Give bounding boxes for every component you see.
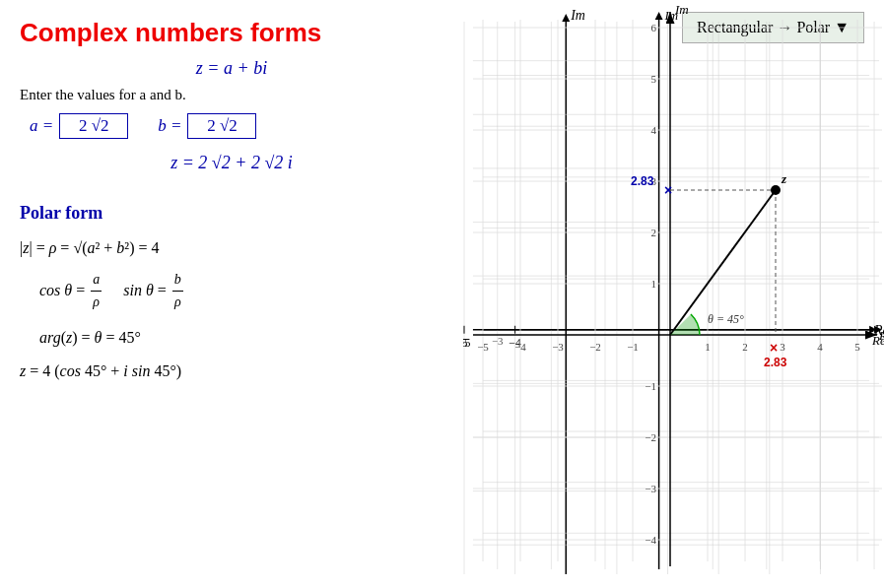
svg-text:−2: −2 [589,341,601,353]
svg-text:−2: −2 [645,431,656,443]
svg-text:1: 1 [651,278,657,290]
theta-label: θ = 45° [708,312,744,326]
coordinate-graph: Re Im −5 −4 −3 −2 −1 1 2 3 4 5 6 5 4 3 2… [463,0,884,588]
svg-text:3: 3 [780,341,785,353]
im-cross: × [664,182,672,198]
svg-text:4: 4 [651,124,657,136]
im-value-label: 2.83 [631,174,654,188]
inputs-row: a = b = [30,113,443,139]
polar-title: Polar form [20,203,443,224]
re-axis-label: Re [878,328,884,343]
main-title: Complex numbers forms [20,18,443,48]
label-a: a = [30,116,53,136]
re-value-label: 2.83 [764,356,787,369]
right-panel: Rectangular → Polar ▼ Re Im [463,0,884,588]
svg-text:6: 6 [651,22,657,33]
im-axis-label: Im [674,2,689,17]
z-label: z [781,171,787,186]
label-b: b = [158,116,181,136]
re-cross: × [770,340,778,356]
result-formula: z = 2 √2 + 2 √2 i [20,153,443,173]
input-b[interactable] [187,113,256,139]
svg-text:−3: −3 [645,483,656,494]
point-z [771,185,781,195]
polar-section: Polar form |z| = ρ = √(a² + b²) = 4 cos … [20,203,443,384]
polar-arg: arg(z) = θ = 45° [39,325,443,351]
svg-text:2: 2 [651,227,657,238]
polar-form: z = 4 (cos 45° + i sin 45°) [20,359,443,384]
input-group-a: a = [30,113,128,139]
input-group-b: b = [158,113,256,139]
svg-text:−4: −4 [645,534,656,546]
polar-modulus: |z| = ρ = √(a² + b²) = 4 [20,235,443,261]
svg-text:2: 2 [742,341,748,353]
left-panel: Complex numbers forms z = a + bi Enter t… [0,0,463,588]
svg-text:−1: −1 [627,341,639,353]
instruction: Enter the values for a and b. [20,87,443,103]
svg-text:−5: −5 [477,341,489,353]
svg-text:−1: −1 [645,380,656,392]
svg-text:1: 1 [705,341,711,353]
formula-z: z = a + bi [20,58,443,79]
input-a[interactable] [59,113,128,139]
svg-text:4: 4 [817,341,823,353]
svg-text:−3: −3 [552,341,564,353]
svg-text:−4: −4 [514,341,526,353]
svg-text:5: 5 [651,73,657,85]
polar-cos-sin: cos θ = a ρ sin θ = b ρ [39,269,443,314]
svg-text:5: 5 [854,341,860,353]
